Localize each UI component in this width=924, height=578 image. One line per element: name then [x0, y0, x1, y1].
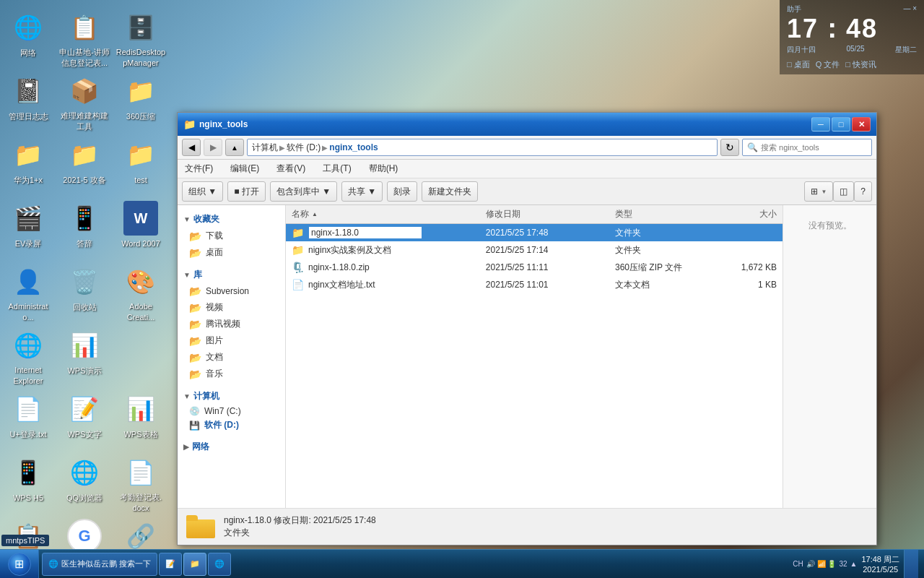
menu-file[interactable]: 文件(F) — [182, 161, 216, 176]
desktop-icon-wps-table[interactable]: 📊 WPS表格 — [113, 389, 169, 452]
desktop-icon-build-tools[interactable]: 📦 难理难建构建工具 — [56, 71, 113, 134]
maximize-button[interactable]: □ — [832, 117, 850, 131]
desktop-icon-adobe[interactable]: 🎨 AdobeCreati... — [113, 262, 169, 325]
nav-item-music[interactable]: 📂 音乐 — [178, 366, 285, 382]
breadcrumb: 计算机 ▶ 软件 (D:) ▶ nginx_tools — [252, 142, 378, 154]
back-button[interactable]: ◀ — [182, 139, 201, 156]
desktop-icon-wps-h5[interactable]: 📱 WPS H5 — [0, 452, 56, 516]
table-row[interactable]: 🗜️ nginx-1.18.0.zip 2021/5/25 11:11 360压… — [286, 259, 783, 276]
close-button[interactable]: ✕ — [852, 117, 871, 131]
nav-item-tencent-video[interactable]: 📂 腾讯视频 — [178, 316, 285, 332]
nav-item-download[interactable]: 📂 下载 — [178, 228, 285, 244]
menu-help[interactable]: 帮助(H) — [366, 161, 401, 176]
desktop-icon-2021-folder[interactable]: 📁 2021-5 攻备 — [56, 134, 113, 198]
preview-pane-button[interactable]: ◫ — [833, 181, 854, 202]
nav-item-subversion[interactable]: 📂 Subversion — [178, 283, 285, 299]
bottom-info-text: nginx-1.18.0 修改日期: 2021/5/25 17:48 文件夹 — [224, 514, 376, 539]
desktop-icon-qq-browser[interactable]: 🌐 QQ浏览器 — [56, 452, 113, 516]
table-row[interactable]: 📁 2021/5/25 17:48 文件夹 — [286, 224, 783, 241]
desktop-icon-redis[interactable]: 🗄️ RedisDesktoppManager — [113, 7, 169, 71]
up-button[interactable]: ▲ — [225, 139, 244, 156]
drive-icon: 💾 — [189, 420, 200, 431]
taskbar-clock[interactable]: 17:48 周二 2021/5/25 — [861, 554, 899, 574]
minimize-button[interactable]: ─ — [811, 117, 830, 131]
new-folder-button[interactable]: 新建文件夹 — [422, 181, 478, 202]
folder-icon: 📂 — [189, 302, 201, 314]
favorites-expand-icon: ▼ — [183, 215, 191, 223]
open-button[interactable]: ■ 打开 — [227, 181, 266, 202]
search-input[interactable] — [761, 143, 867, 152]
burn-button[interactable]: 刻录 — [387, 181, 417, 202]
desktop-icon-recycle[interactable]: 🗑️ 回收站 — [56, 262, 113, 325]
clock-file-btn[interactable]: Q 文件 — [816, 59, 840, 70]
desktop-icon-wps-demo[interactable]: 📊 WPS演示 — [56, 325, 113, 389]
start-button[interactable] — [0, 550, 39, 579]
desktop-icon-360zip[interactable]: 📁 360压缩 — [113, 71, 169, 134]
include-library-button[interactable]: 包含到库中 ▼ — [270, 181, 337, 202]
computer-header[interactable]: ▼ 计算机 — [178, 388, 285, 405]
share-button[interactable]: 共享 ▼ — [341, 181, 383, 202]
favorites-section: ▼ 收藏夹 📂 下载 📂 桌面 — [178, 211, 285, 261]
nav-item-desktop[interactable]: 📂 桌面 — [178, 244, 285, 261]
organize-button[interactable]: 组织 ▼ — [182, 181, 223, 202]
clock-news-btn[interactable]: □ 快资讯 — [845, 59, 876, 70]
breadcrumb-part-2[interactable]: 软件 (D:) — [287, 142, 321, 154]
desktop-icon-administrator[interactable]: 👤 Administrato... — [0, 262, 56, 325]
folder-icon: 📂 — [189, 335, 201, 347]
network-header[interactable]: ▶ 网络 — [178, 439, 285, 455]
library-header[interactable]: ▼ 库 — [178, 267, 285, 283]
desktop-icon-wps-word[interactable]: 📝 WPS文字 — [56, 389, 113, 452]
nav-item-win7c[interactable]: 💿 Win7 (C:) — [178, 405, 285, 418]
show-desktop-button[interactable] — [904, 550, 918, 579]
nav-item-pictures[interactable]: 📂 图片 — [178, 332, 285, 349]
taskbar-clock-date: 2021/5/25 — [863, 565, 898, 574]
taskbar-item-wps[interactable]: 📝 — [159, 553, 182, 576]
taskbar-item-explorer[interactable]: 📁 — [183, 553, 206, 576]
desktop-icon-ie[interactable]: 🌐 InternetExplorer — [0, 325, 56, 389]
desktop-icon-huawei[interactable]: 📁 华为1+x — [0, 134, 56, 198]
desktop-icons-area: 🌐 网络 📋 申山基地-讲师信息登记表... 🗄️ RedisDesktoppM… — [0, 7, 169, 578]
breadcrumb-part-1[interactable]: 计算机 — [252, 142, 278, 154]
col-date-header[interactable]: 修改日期 — [486, 208, 615, 220]
desktop-icon-network[interactable]: 🌐 网络 — [0, 7, 56, 71]
taskbar-item-browser[interactable]: 🌐 — [208, 553, 231, 576]
search-box[interactable]: 🔍 — [742, 139, 872, 156]
sort-arrow-icon: ▲ — [312, 211, 318, 217]
desktop-icon-answer[interactable]: 📱 答辞 — [56, 198, 113, 262]
clock-desktop-btn[interactable]: □ 桌面 — [787, 59, 810, 70]
computer-section: ▼ 计算机 💿 Win7 (C:) 💾 软件 (D:) — [178, 388, 285, 433]
breadcrumb-part-3[interactable]: nginx_tools — [329, 142, 378, 152]
file-name-input[interactable] — [308, 226, 422, 239]
desktop-icon-ev-record[interactable]: 🎬 EV录屏 — [0, 198, 56, 262]
table-row[interactable]: 📁 niginx实战案例及文档 2021/5/25 17:14 文件夹 — [286, 241, 783, 259]
nav-item-software-d[interactable]: 💾 软件 (D:) — [178, 418, 285, 433]
col-size-header[interactable]: 大小 — [712, 208, 777, 220]
file-type: 文件夹 — [615, 227, 712, 239]
address-bar[interactable]: 计算机 ▶ 软件 (D:) ▶ nginx_tools — [247, 139, 718, 156]
refresh-button[interactable]: ↻ — [720, 139, 739, 156]
view-toggle-button[interactable]: ⊞ ▼ — [804, 181, 833, 202]
desktop-icon-u-login[interactable]: 📄 U+登录.txt — [0, 389, 56, 452]
forward-button[interactable]: ▶ — [204, 139, 222, 156]
menu-tools[interactable]: 工具(T) — [320, 161, 354, 176]
desktop-icon-manage-note[interactable]: 📓 管理日志志 — [0, 71, 56, 134]
nav-item-documents[interactable]: 📂 文档 — [178, 349, 285, 366]
taskbar-clock-time: 17:48 周二 — [861, 554, 899, 565]
menu-edit[interactable]: 编辑(E) — [227, 161, 262, 176]
tray-arrow[interactable]: ▲ — [850, 560, 858, 568]
favorites-header[interactable]: ▼ 收藏夹 — [178, 211, 285, 228]
desktop-icon-info-reg[interactable]: 📋 申山基地-讲师信息登记表... — [56, 7, 113, 71]
help-button[interactable]: ? — [854, 181, 872, 202]
menu-view[interactable]: 查看(V) — [274, 161, 308, 176]
col-type-header[interactable]: 类型 — [615, 208, 712, 220]
desktop-icon-word2007[interactable]: W Word 2007 — [113, 198, 169, 262]
taskbar-item-search[interactable]: 🌐 医生神似岳云鹏 搜索一下 — [42, 553, 157, 576]
desktop-icon-test[interactable]: 📁 test — [113, 134, 169, 198]
system-tray: CH 🔊 📶 🔋 32 ▲ — [793, 560, 857, 568]
desktop-icon-exam-login[interactable]: 📄 考勤登记表.docx — [113, 452, 169, 516]
clock-assistant: 助手 — [787, 4, 801, 14]
table-row[interactable]: 📄 nginx文档地址.txt 2021/5/25 11:01 文本文档 1 K… — [286, 276, 783, 293]
content-area: ▼ 收藏夹 📂 下载 📂 桌面 ▼ 库 — [178, 205, 876, 508]
nav-item-video[interactable]: 📂 视频 — [178, 299, 285, 316]
col-name-header[interactable]: 名称 ▲ — [292, 208, 486, 220]
